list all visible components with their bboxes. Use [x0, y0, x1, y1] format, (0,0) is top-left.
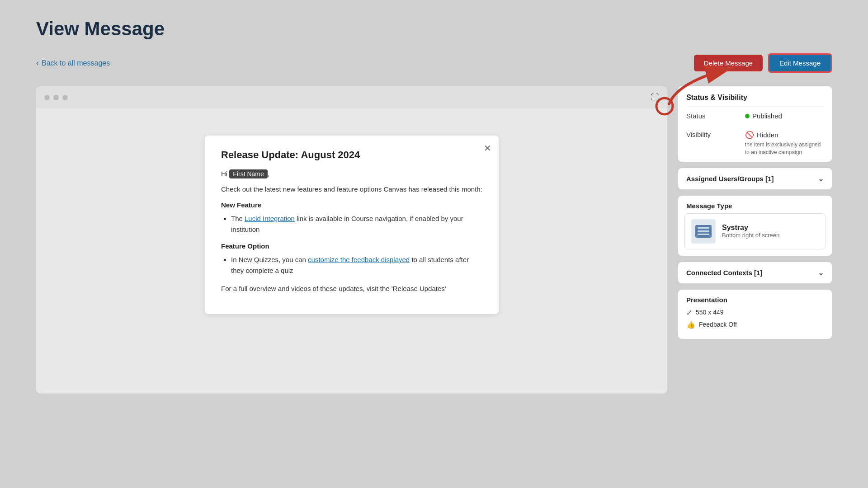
assigned-users-section: Assigned Users/Groups [1] ⌄ — [678, 168, 832, 189]
message-card-close-button[interactable]: ✕ — [484, 143, 491, 154]
connected-chevron-icon: ⌄ — [818, 268, 824, 277]
preview-panel: ⛶ Release Update: August 2024 ✕ Hi First… — [36, 86, 667, 394]
visibility-label: Visibility — [686, 131, 722, 138]
assigned-users-label: Assigned Users/Groups [1] — [686, 175, 774, 183]
back-link[interactable]: ‹ Back to all messages — [36, 58, 110, 68]
body-intro: Check out the latest new features and fe… — [221, 184, 482, 195]
greeting: Hi First Name, — [221, 170, 482, 178]
delete-message-button[interactable]: Delete Message — [694, 55, 763, 71]
connected-contexts-header[interactable]: Connected Contexts [1] ⌄ — [678, 262, 832, 283]
sv-title: Status & Visibility — [678, 86, 832, 106]
message-card-title: Release Update: August 2024 — [221, 149, 482, 161]
systray-desc: Bottom right of screen — [722, 232, 779, 239]
bullet-item-2: In New Quizzes, you can customize the fe… — [231, 254, 482, 276]
feedback-icon: 👍 — [686, 320, 695, 329]
page-title: View Message — [36, 18, 832, 40]
feedback-label: Feedback Off — [699, 321, 737, 328]
systray-icon — [695, 225, 712, 238]
visibility-note: the item is exclusively assigned to an i… — [745, 141, 824, 156]
window-dot-3 — [62, 95, 68, 100]
assigned-users-header[interactable]: Assigned Users/Groups [1] ⌄ — [678, 168, 832, 189]
visibility-row: Visibility 🚫 Hidden the item is exclusiv… — [678, 125, 832, 162]
chevron-left-icon: ‹ — [36, 58, 39, 68]
main-content: ⛶ Release Update: August 2024 ✕ Hi First… — [36, 86, 832, 394]
dimensions-row: ⤢ 550 x 449 — [686, 308, 824, 317]
top-actions: Delete Message Edit Message — [694, 53, 832, 73]
status-dot-green — [745, 114, 750, 118]
systray-info: Systray Bottom right of screen — [722, 224, 779, 239]
edit-message-button[interactable]: Edit Message — [768, 53, 832, 73]
status-label: Status — [686, 112, 722, 120]
feedback-row: 👍 Feedback Off — [686, 320, 824, 329]
presentation-section: Presentation ⤢ 550 x 449 👍 Feedback Off — [678, 290, 832, 339]
window-dot-1 — [44, 95, 50, 100]
bullet-list-1: The Lucid Integration link is available … — [221, 213, 482, 235]
preview-header: ⛶ — [36, 86, 667, 108]
systray-name: Systray — [722, 224, 779, 232]
icon-line-2 — [698, 230, 709, 232]
window-dots — [44, 95, 68, 100]
message-type-title: Message Type — [678, 196, 832, 213]
presentation-title: Presentation — [686, 296, 824, 304]
customize-feedback-link[interactable]: customize the feedback displayed — [308, 256, 410, 263]
section1-heading: New Feature — [221, 201, 482, 209]
section2-heading: Feature Option — [221, 242, 482, 250]
message-type-section: Message Type Systray Bottom right of scr… — [678, 196, 832, 256]
top-bar: ‹ Back to all messages Delete Message Ed… — [36, 53, 832, 73]
lucid-integration-link[interactable]: Lucid Integration — [245, 215, 295, 222]
first-name-badge: First Name — [229, 169, 267, 178]
sidebar: Status & Visibility Status Published Vis… — [678, 86, 832, 394]
body-closing: For a full overview and videos of these … — [221, 283, 482, 294]
icon-line-3 — [698, 234, 709, 235]
connected-contexts-label: Connected Contexts [1] — [686, 269, 762, 277]
visibility-value-wrap: 🚫 Hidden the item is exclusively assigne… — [745, 131, 824, 156]
assigned-chevron-icon: ⌄ — [818, 174, 824, 183]
icon-line-1 — [698, 227, 709, 229]
back-link-label: Back to all messages — [42, 59, 110, 67]
expand-icon[interactable]: ⛶ — [651, 93, 659, 102]
preview-body: Release Update: August 2024 ✕ Hi First N… — [36, 108, 667, 332]
bullet-list-2: In New Quizzes, you can customize the fe… — [221, 254, 482, 276]
dimensions-value: 550 x 449 — [696, 309, 724, 316]
window-dot-2 — [53, 95, 59, 100]
status-visibility-section: Status & Visibility Status Published Vis… — [678, 86, 832, 162]
systray-icon-wrap — [691, 219, 716, 244]
hidden-icon: 🚫 — [745, 131, 754, 139]
systray-card: Systray Bottom right of screen — [684, 213, 826, 249]
status-row: Status Published — [678, 107, 832, 125]
page-wrapper: View Message ‹ Back to all messages Dele… — [0, 0, 868, 488]
bullet-item-1: The Lucid Integration link is available … — [231, 213, 482, 235]
status-value: Published — [745, 112, 782, 120]
connected-contexts-section: Connected Contexts [1] ⌄ — [678, 262, 832, 283]
dimensions-icon: ⤢ — [686, 308, 692, 317]
message-card: Release Update: August 2024 ✕ Hi First N… — [205, 136, 499, 314]
